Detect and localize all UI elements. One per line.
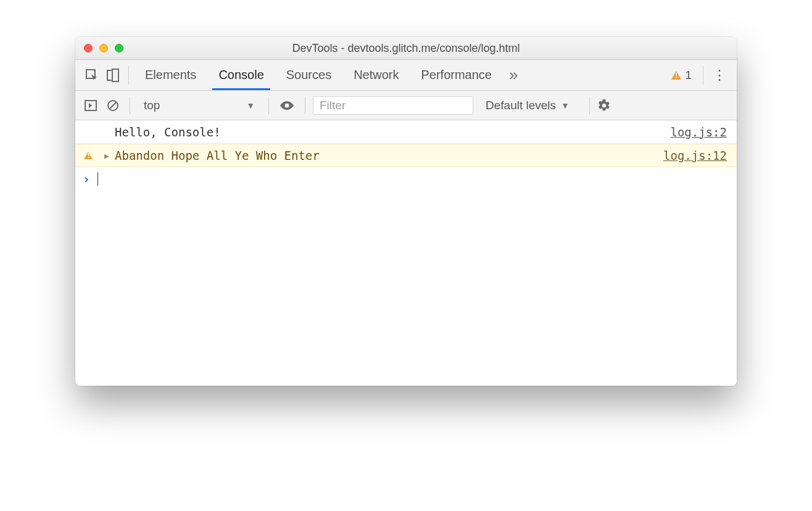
divider	[268, 97, 269, 114]
log-message: Abandon Hope All Ye Who Enter	[112, 149, 663, 162]
console-settings-icon[interactable]	[597, 99, 622, 112]
console-row-log: Hello, Console! log.js:2	[75, 120, 737, 144]
tab-console[interactable]: Console	[207, 60, 275, 90]
warnings-count-value: 1	[685, 69, 692, 82]
execution-context-select[interactable]: top ▼	[138, 99, 261, 112]
divider	[305, 97, 305, 114]
divider	[703, 66, 703, 85]
toggle-sidebar-icon[interactable]	[81, 100, 100, 111]
tab-label: Performance	[421, 68, 492, 82]
console-output: Hello, Console! log.js:2 ▶ Abandon Hope …	[75, 120, 737, 386]
context-label: top	[144, 99, 160, 112]
tab-elements[interactable]: Elements	[134, 60, 207, 90]
source-link[interactable]: log.js:2	[670, 125, 727, 139]
levels-label: Default levels	[486, 99, 556, 112]
log-levels-select[interactable]: Default levels ▼	[477, 99, 578, 112]
device-toolbar-icon[interactable]	[102, 60, 123, 90]
expand-toggle[interactable]: ▶	[101, 151, 112, 160]
svg-line-5	[110, 102, 116, 109]
console-prompt[interactable]: ›	[75, 167, 737, 191]
chevron-down-icon: ▼	[561, 101, 570, 110]
text-cursor	[97, 172, 98, 186]
warning-icon	[671, 71, 681, 80]
row-gutter	[75, 152, 101, 159]
tab-label: Elements	[145, 68, 196, 82]
warning-icon	[84, 152, 93, 159]
kebab-menu-button[interactable]: ⋮	[708, 67, 731, 83]
tabs: Elements Console Sources Network Perform…	[134, 60, 503, 90]
divider	[130, 97, 130, 114]
tab-performance[interactable]: Performance	[410, 60, 503, 90]
inspect-element-icon[interactable]	[81, 60, 102, 90]
more-tabs-button[interactable]: »	[503, 65, 524, 85]
log-message: Hello, Console!	[112, 125, 670, 139]
divider	[128, 66, 129, 85]
devtools-window: DevTools - devtools.glitch.me/console/lo…	[75, 37, 737, 386]
tab-label: Sources	[286, 68, 331, 82]
svg-rect-2	[112, 69, 118, 81]
titlebar: DevTools - devtools.glitch.me/console/lo…	[75, 37, 737, 60]
clear-console-icon[interactable]	[104, 99, 122, 112]
live-expression-icon[interactable]	[276, 101, 297, 110]
tab-sources[interactable]: Sources	[275, 60, 342, 90]
console-row-warn: ▶ Abandon Hope All Ye Who Enter log.js:1…	[75, 144, 737, 167]
warnings-count[interactable]: 1	[665, 69, 698, 82]
svg-point-6	[285, 103, 289, 107]
tabbar: Elements Console Sources Network Perform…	[75, 60, 737, 91]
window-title: DevTools - devtools.glitch.me/console/lo…	[75, 42, 737, 55]
console-toolbar: top ▼ Default levels ▼	[75, 91, 737, 120]
tab-network[interactable]: Network	[342, 60, 410, 90]
tab-label: Network	[354, 68, 399, 82]
filter-input[interactable]	[313, 96, 473, 115]
divider	[589, 97, 590, 114]
chevron-down-icon: ▼	[246, 101, 255, 110]
prompt-caret-icon: ›	[83, 172, 90, 186]
chevron-right-double-icon: »	[509, 65, 518, 84]
source-link[interactable]: log.js:12	[663, 149, 727, 162]
tab-label: Console	[218, 68, 263, 82]
